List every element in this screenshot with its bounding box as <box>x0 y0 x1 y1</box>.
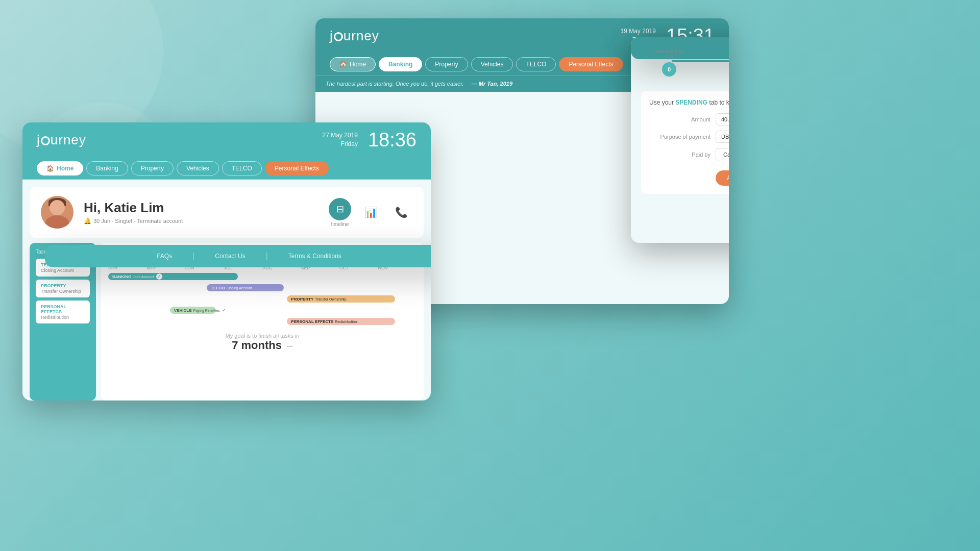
bar-property: PROPERTY Transfer Ownership <box>287 295 395 303</box>
purpose-row: Purpose of payment <box>649 131 729 143</box>
notification-bell-icon: 🔔 <box>84 217 91 224</box>
spending-highlight: SPENDING <box>675 99 707 106</box>
paid-by-label: Paid by <box>649 152 710 158</box>
back-tab-banking[interactable]: Banking <box>379 57 422 71</box>
amount-label: Amount <box>649 116 710 122</box>
add-entry-button[interactable]: Add in new entry <box>716 170 729 186</box>
avatar-body <box>45 215 69 229</box>
front-logo: jurney <box>37 132 86 148</box>
bar-personal-row: PERSONAL EFFECTS Redistribution <box>108 317 416 325</box>
bar-banking-row: BANKING Joint Account ✓ <box>108 272 416 281</box>
front-window-header: jurney 27 May 2019 Friday 18:36 <box>22 122 431 157</box>
stats-icon: 📊 <box>364 206 377 218</box>
home-window: jurney 27 May 2019 Friday 18:36 🏠 Home B… <box>22 122 431 400</box>
front-header-date: 27 May 2019 Friday <box>323 131 358 148</box>
front-footer-contact[interactable]: Contact Us <box>215 253 245 260</box>
avatar <box>41 196 74 229</box>
purpose-label: Purpose of payment <box>649 134 710 140</box>
back-main-panel: Understand the task 0 Prepare Documents … <box>631 37 729 243</box>
front-footer-faqs[interactable]: FAQs <box>157 253 172 260</box>
content-instruction: Use your SPENDING tab to keep track of a… <box>649 99 729 106</box>
back-tab-personal-effects[interactable]: Personal Effects <box>559 57 623 71</box>
goal-dots-icon: ··· <box>287 342 293 350</box>
front-footer-terms[interactable]: Terms & Conditions <box>288 253 341 260</box>
call-action-group: 📞 <box>390 201 412 223</box>
front-tab-home[interactable]: 🏠 Home <box>37 161 83 176</box>
bar-telco: TELCO Closing Account <box>207 284 284 291</box>
front-header-time: 18:36 <box>368 129 416 151</box>
banking-content-area: Use your SPENDING tab to keep track of a… <box>641 91 729 194</box>
timeline-button[interactable]: ⊟ <box>329 198 351 220</box>
timeline-label: timeline <box>331 221 349 227</box>
front-tab-personal-effects[interactable]: Personal Effects <box>265 161 329 176</box>
back-tab-telco[interactable]: TELCO <box>516 57 556 71</box>
amount-row: Amount <box>649 113 729 126</box>
task-item-personal: PERSONAL EFFETCS Redistribution <box>36 300 90 323</box>
amount-input[interactable] <box>716 113 729 126</box>
paid-by-row: Paid by Carrie Lim <box>649 148 729 161</box>
back-tab-vehicles[interactable]: Vehicles <box>471 57 513 71</box>
step-circle-0: 0 <box>662 62 676 77</box>
front-main-content: Hi, Katie Lim 🔔 30 Jun · Singtel - Termi… <box>22 180 431 400</box>
stats-button[interactable]: 📊 <box>359 201 382 223</box>
front-tab-banking[interactable]: Banking <box>86 161 128 176</box>
home-icon: 🏠 <box>339 61 347 68</box>
timeline-action-group: ⊟ timeline <box>329 198 351 227</box>
user-info: Hi, Katie Lim 🔔 30 Jun · Singtel - Termi… <box>84 200 318 224</box>
avatar-face <box>50 200 65 215</box>
purpose-input[interactable] <box>716 131 729 143</box>
goal-months: 7 months ··· <box>108 339 416 352</box>
vehicle-check-icon: ✓ <box>222 307 226 313</box>
back-quote-author: — Mr Tan, 2019 <box>472 81 512 87</box>
bar-property-row: PROPERTY Transfer Ownership <box>108 295 416 303</box>
call-button[interactable]: 📞 <box>390 201 412 223</box>
front-tab-property[interactable]: Property <box>131 161 174 176</box>
bar-telco-row: TELCO Closing Account <box>108 284 416 292</box>
bar-vehicle: VEHICLE Paying Relatives ✓ <box>170 307 216 314</box>
user-name: Hi, Katie Lim <box>84 200 318 216</box>
logo-o-icon <box>334 32 343 41</box>
timeline-bars: BANKING Joint Account ✓ TELCO Closing Ac… <box>108 272 416 325</box>
bar-banking: BANKING Joint Account ✓ <box>108 273 238 280</box>
back-tab-property[interactable]: Property <box>425 57 468 71</box>
front-home-icon: 🏠 <box>46 165 54 172</box>
user-section: Hi, Katie Lim 🔔 30 Jun · Singtel - Termi… <box>30 187 424 238</box>
back-logo: jurney <box>330 28 379 44</box>
timeline-icon: ⊟ <box>336 204 344 215</box>
step-0: Understand the task 0 <box>651 49 687 77</box>
front-tab-telco[interactable]: TELCO <box>222 161 262 176</box>
paid-by-select[interactable]: Carrie Lim <box>716 148 729 161</box>
user-actions: ⊟ timeline 📊 📞 <box>329 198 412 227</box>
stats-action-group: 📊 <box>359 201 382 223</box>
front-nav-bar: 🏠 Home Banking Property Vehicles TELCO P… <box>22 157 431 180</box>
call-icon: 📞 <box>395 206 408 218</box>
front-logo-o-icon <box>41 136 50 145</box>
goal-section: My goal is to finish all tasks in 7 mont… <box>108 333 416 352</box>
bar-vehicle-row: VEHICLE Paying Relatives ✓ <box>108 306 416 314</box>
user-notification: 🔔 30 Jun · Singtel - Terminate account <box>84 217 318 224</box>
front-footer: FAQs | Contact Us | Terms & Conditions <box>45 245 431 267</box>
back-tab-home[interactable]: 🏠 Home <box>330 57 376 71</box>
banking-check-icon: ✓ <box>156 273 162 280</box>
front-tab-vehicles[interactable]: Vehicles <box>177 161 219 176</box>
back-body: Understand the task 0 Prepare Documents … <box>631 37 729 243</box>
bar-personal: PERSONAL EFFECTS Redistribution <box>287 318 395 325</box>
task-item-property: PROPERTY Transfer Ownership <box>36 280 90 297</box>
